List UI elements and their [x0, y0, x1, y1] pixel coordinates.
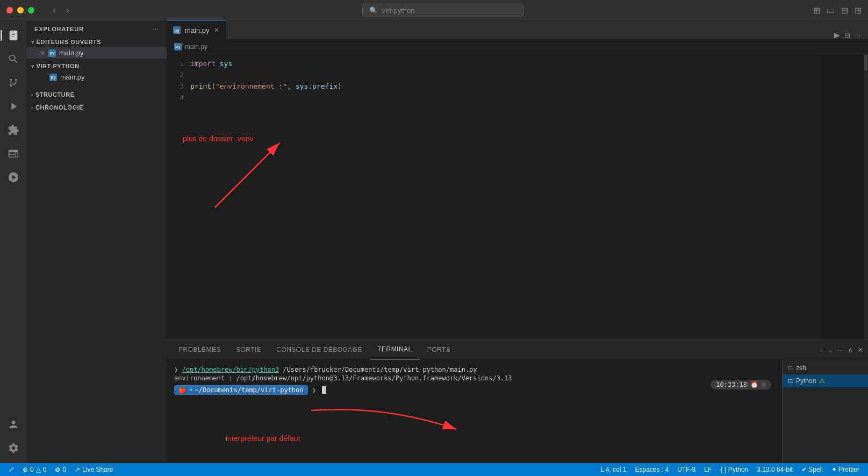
activity-icon-remote-explorer[interactable] — [3, 143, 24, 164]
status-liveshare[interactable]: ↗ Live Share — [70, 463, 117, 476]
status-audio[interactable]: ⊗ 0 — [51, 463, 70, 476]
sidebar-more-icon[interactable]: ··· — [153, 26, 159, 32]
terminal-close-icon[interactable]: ✕ — [857, 345, 864, 354]
terminal-more-icon[interactable]: ··· — [837, 345, 843, 354]
spell-text: ✔ Spell — [801, 466, 823, 473]
warning-count: 0 — [43, 466, 47, 473]
titlebar: ‹ › 🔍 virt-python ⊞ ▭ ⊟ ⊞ — [0, 0, 868, 20]
structure-section: › STRUCTURE — [27, 88, 167, 101]
search-text: virt-python — [382, 6, 415, 15]
line-number-2: 2 — [167, 69, 184, 81]
open-editors-label: ÉDITEURS OUVERTS — [37, 39, 102, 45]
activity-icon-docker[interactable] — [3, 167, 24, 188]
line-number-1: 1 — [167, 58, 184, 69]
status-spaces[interactable]: Espaces : 4 — [630, 466, 673, 473]
terminal-side-zsh-icon: ⊡ — [788, 365, 793, 372]
sidebar-title: EXPLORATEUR ··· — [27, 20, 167, 35]
open-editor-main-py[interactable]: ✕ py main.py — [27, 47, 167, 59]
line-numbers: 1 2 3 4 — [167, 54, 190, 340]
nav-back-button[interactable]: ‹ — [49, 4, 59, 16]
terminal-prompt-line: 🍎 ➜ ~/Documents/temp/virt-python ❯ — [174, 385, 774, 395]
nav-forward-button[interactable]: › — [63, 4, 72, 16]
run-icon[interactable]: ▶ — [834, 31, 840, 39]
structure-header[interactable]: › STRUCTURE — [27, 89, 167, 100]
terminal-output: environnement : /opt/homebrew/opt/python… — [174, 374, 774, 382]
tab-main-py[interactable]: py main.py ✕ — [167, 20, 226, 39]
layout-icon-4[interactable]: ⊞ — [855, 5, 862, 16]
workspace-main-py[interactable]: py main.py — [27, 71, 167, 83]
spaces-text: Espaces : 4 — [635, 466, 669, 473]
terminal-time-text: 10:33:18 — [716, 381, 747, 388]
traffic-light-maximize[interactable] — [28, 7, 34, 13]
split-editor-icon[interactable]: ⊟ — [844, 31, 850, 39]
status-right: L 4, col 1 Espaces : 4 UTF-8 LF { } Pyth… — [596, 466, 864, 473]
tab-problems[interactable]: PROBLÈMES — [171, 340, 228, 359]
activity-icon-run[interactable] — [3, 96, 24, 117]
audio-count: 0 — [62, 466, 66, 473]
layout-icon-3[interactable]: ⊟ — [841, 5, 848, 16]
status-python-version[interactable]: 3.13.0 64-bit — [752, 466, 797, 473]
tab-terminal[interactable]: TERMINAL — [370, 340, 420, 359]
activity-icon-source-control[interactable] — [3, 72, 24, 93]
editor-area: 1 2 3 4 import sys print("environnement … — [167, 54, 868, 340]
status-bar: ⤢ ⊗ 0 △ 0 ⊗ 0 ↗ Live Share L 4, col 1 Es… — [0, 463, 868, 476]
open-editors-header[interactable]: ▾ ÉDITEURS OUVERTS — [27, 37, 167, 47]
titlebar-left: ‹ › — [6, 4, 73, 16]
prompt-separator: ➜ — [189, 386, 192, 394]
line-number-3: 3 — [167, 81, 184, 92]
sidebar: EXPLORATEUR ··· ▾ ÉDITEURS OUVERTS ✕ py … — [27, 20, 167, 463]
terminal-time: 10:33:18 ⏰ — [711, 380, 771, 390]
prompt-badge: 🍎 ➜ ~/Documents/temp/virt-python — [174, 385, 308, 395]
workspace-header[interactable]: ▾ VIRT-PYTHON — [27, 61, 167, 71]
tab-ports[interactable]: PORTS — [420, 340, 458, 359]
activity-icon-extensions[interactable] — [3, 119, 24, 141]
tab-sortie[interactable]: SORTIE — [228, 340, 269, 359]
more-actions-icon[interactable]: ··· — [855, 31, 860, 39]
status-errors[interactable]: ⊗ 0 △ 0 — [18, 463, 51, 476]
tab-console[interactable]: CONSOLE DE DÉBOGAGE — [269, 340, 370, 359]
breadcrumb-text: main.py — [185, 43, 207, 51]
status-language[interactable]: { } Python — [716, 466, 752, 473]
terminal-split-icon[interactable]: ⌵ — [828, 345, 833, 354]
terminal-python-warning-icon: ⚠ — [819, 377, 825, 385]
terminal-side-zsh-label: zsh — [796, 364, 806, 372]
status-prettier[interactable]: ✦ Prettier — [827, 466, 864, 473]
breadcrumb-file-icon: py — [174, 43, 182, 51]
status-spell[interactable]: ✔ Spell — [797, 466, 827, 473]
terminal-main[interactable]: ❯ /opt/homebrew/bin/python3 /Users/fbruc… — [167, 359, 782, 463]
editor-scrollbar[interactable] — [864, 54, 868, 340]
activity-bar — [0, 20, 27, 463]
status-eol[interactable]: LF — [700, 466, 716, 473]
terminal-add-icon[interactable]: + — [820, 345, 824, 354]
status-encoding[interactable]: UTF-8 — [673, 466, 700, 473]
traffic-light-minimize[interactable] — [17, 7, 24, 13]
terminal-panel: PROBLÈMES SORTIE CONSOLE DE DÉBOGAGE TER… — [167, 340, 868, 463]
language-text: { } Python — [720, 466, 748, 473]
activity-icon-search[interactable] — [3, 48, 24, 70]
traffic-light-close[interactable] — [6, 7, 13, 13]
audio-icon: ⊗ — [55, 466, 60, 473]
activity-icon-settings[interactable] — [3, 437, 24, 459]
close-main-py-icon[interactable]: ✕ — [40, 49, 45, 57]
titlebar-search[interactable]: 🔍 virt-python — [362, 4, 523, 17]
terminal-side-zsh[interactable]: ⊡ zsh — [783, 362, 868, 374]
layout-icon-2[interactable]: ▭ — [827, 5, 835, 16]
status-remote[interactable]: ⤢ — [4, 463, 18, 476]
layout-icon-1[interactable]: ⊞ — [813, 5, 820, 16]
tab-ports-label: PORTS — [427, 346, 451, 354]
eol-text: LF — [704, 466, 712, 473]
terminal-prompt-chevron: ❯ — [312, 386, 316, 394]
minimap — [821, 54, 864, 340]
chronologie-header[interactable]: › CHRONOLOGIE — [27, 102, 167, 113]
scrollbar-thumb — [864, 55, 867, 71]
terminal-side-python[interactable]: ⊡ Python ⚠ — [783, 374, 868, 387]
code-paren-close: ) — [338, 81, 342, 92]
svg-point-0 — [10, 85, 12, 87]
tab-close-icon[interactable]: ✕ — [214, 26, 219, 34]
activity-icon-explorer[interactable] — [3, 25, 24, 46]
tab-bar: py main.py ✕ ▶ ⊟ ··· — [167, 20, 868, 40]
status-position[interactable]: L 4, col 1 — [596, 466, 630, 473]
activity-icon-account[interactable] — [3, 414, 24, 435]
code-editor[interactable]: import sys print("environnement :", sys.… — [190, 54, 821, 340]
terminal-maximize-icon[interactable]: ∧ — [848, 345, 853, 354]
